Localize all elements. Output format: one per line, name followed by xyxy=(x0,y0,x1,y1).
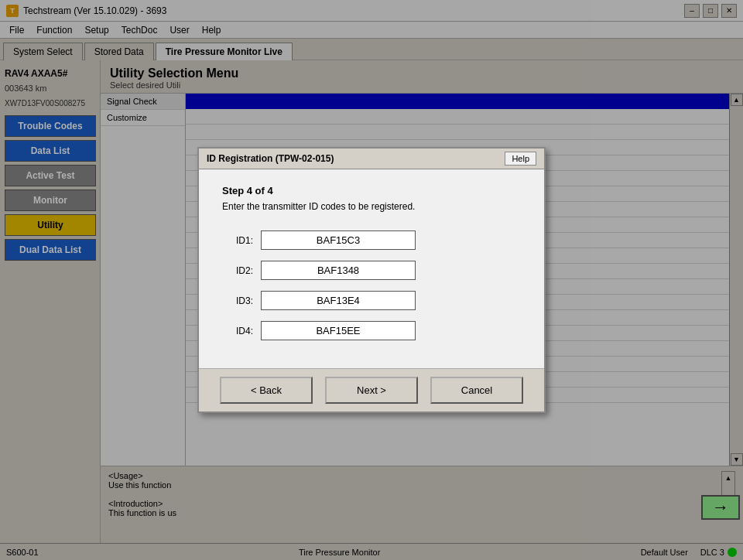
dialog-description: Enter the transmitter ID codes to be reg… xyxy=(222,201,521,212)
id1-label: ID1: xyxy=(222,235,253,246)
dialog-title: ID Registration (TPW-02-015) xyxy=(207,153,334,164)
field-row-id4: ID4: xyxy=(222,321,521,340)
dialog-help-button[interactable]: Help xyxy=(505,152,536,166)
id4-input[interactable] xyxy=(261,321,416,340)
dialog-footer: < Back Next > Cancel xyxy=(199,368,544,411)
dialog-titlebar: ID Registration (TPW-02-015) Help xyxy=(199,149,544,169)
field-row-id2: ID2: xyxy=(222,261,521,280)
dialog-fields: ID1: ID2: ID3: ID4: xyxy=(222,230,521,340)
dialog-step: Step 4 of 4 xyxy=(222,185,521,196)
id2-label: ID2: xyxy=(222,265,253,276)
id-registration-dialog: ID Registration (TPW-02-015) Help Step 4… xyxy=(197,147,546,413)
dialog-overlay: ID Registration (TPW-02-015) Help Step 4… xyxy=(0,0,743,560)
id3-input[interactable] xyxy=(261,291,416,310)
id1-input[interactable] xyxy=(261,230,416,250)
field-row-id3: ID3: xyxy=(222,291,521,310)
id4-label: ID4: xyxy=(222,326,253,336)
id2-input[interactable] xyxy=(261,261,416,280)
dialog-body: Step 4 of 4 Enter the transmitter ID cod… xyxy=(199,169,544,368)
cancel-button[interactable]: Cancel xyxy=(430,377,523,404)
id3-label: ID3: xyxy=(222,295,253,306)
field-row-id1: ID1: xyxy=(222,230,521,250)
back-button[interactable]: < Back xyxy=(220,377,313,404)
next-button[interactable]: Next > xyxy=(325,377,418,404)
